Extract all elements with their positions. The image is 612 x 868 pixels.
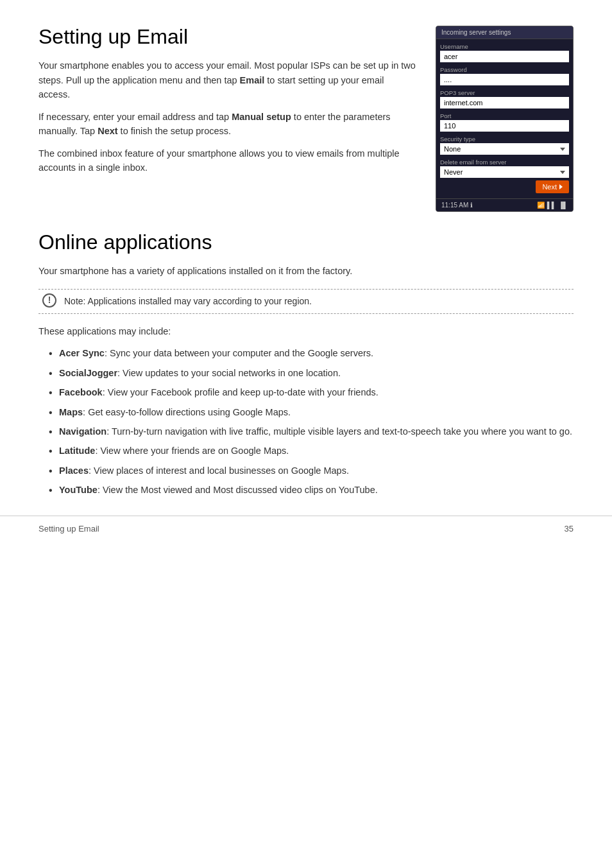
app-name: Navigation — [59, 426, 106, 437]
app-desc: : Turn-by-turn navigation with live traf… — [106, 426, 572, 437]
app-desc: : View where your friends are on Google … — [95, 446, 289, 456]
list-item: Facebook: View your Facebook profile and… — [49, 385, 574, 399]
app-name: SocialJogger — [59, 368, 117, 378]
phone-status-bar: 11:15 AM ℹ 📶 ▌▌ ▐▌ — [436, 198, 573, 211]
screen-title: Incoming server settings — [436, 26, 573, 39]
online-applications-title: Online applications — [38, 231, 574, 254]
status-time: 11:15 AM ℹ — [441, 202, 473, 209]
footer-title: Setting up Email — [38, 524, 99, 534]
app-desc: : View your Facebook profile and keep up… — [103, 387, 378, 397]
list-item: Navigation: Turn-by-turn navigation with… — [49, 424, 574, 438]
next-button[interactable]: Next — [536, 180, 569, 193]
list-item: SocialJogger: View updates to your socia… — [49, 366, 574, 380]
paragraph-1: Your smartphone enables you to access yo… — [38, 58, 416, 101]
delete-field: Delete email from server Never — [436, 155, 573, 178]
status-icons: 📶 ▌▌ ▐▌ — [537, 202, 568, 209]
app-name: Maps — [59, 407, 83, 417]
list-item: Maps: Get easy-to-follow directions usin… — [49, 405, 574, 419]
online-apps-intro: Your smartphone has a variety of applica… — [38, 264, 574, 278]
app-desc: : View the Most viewed and Most discusse… — [98, 485, 378, 495]
note-text: Note: Applications installed may vary ac… — [64, 296, 312, 306]
phone-screenshot: Incoming server settings Username acer P… — [436, 26, 574, 212]
delete-label: Delete email from server — [440, 159, 569, 166]
footer-page-number: 35 — [565, 524, 574, 534]
pop3-field: POP3 server internet.com — [436, 85, 573, 108]
next-arrow-icon — [559, 184, 563, 189]
note-icon: ! — [42, 293, 56, 308]
security-select[interactable]: None — [440, 143, 569, 155]
these-apps-text: These applications may include: — [38, 324, 574, 338]
app-list: Acer Sync: Sync your data between your c… — [49, 346, 574, 498]
password-input[interactable]: .... — [440, 74, 569, 85]
app-desc: : Sync your data between your computer a… — [105, 348, 373, 358]
port-field: Port 110 — [436, 108, 573, 132]
username-input[interactable]: acer — [440, 51, 569, 62]
port-input[interactable]: 110 — [440, 120, 569, 132]
app-desc: : View updates to your social networks i… — [117, 368, 341, 378]
app-name: Latitude — [59, 446, 95, 456]
list-item: Latitude: View where your friends are on… — [49, 444, 574, 458]
online-applications-section: Online applications Your smartphone has … — [38, 231, 574, 503]
app-name: YouTube — [59, 485, 98, 495]
username-label: Username — [440, 43, 569, 50]
setting-up-email-title: Setting up Email — [38, 26, 416, 48]
username-field: Username acer — [436, 39, 573, 62]
signal-icon: ▌▌ — [547, 202, 556, 209]
pop3-input[interactable]: internet.com — [440, 97, 569, 108]
security-dropdown-icon — [560, 148, 565, 151]
delete-select[interactable]: Never — [440, 166, 569, 178]
paragraph-2: If necessary, enter your email address a… — [38, 110, 416, 139]
security-field: Security type None — [436, 132, 573, 155]
paragraph-3: The combined inbox feature of your smart… — [38, 146, 416, 175]
list-item: Acer Sync: Sync your data between your c… — [49, 346, 574, 360]
list-item: YouTube: View the Most viewed and Most d… — [49, 483, 574, 497]
password-label: Password — [440, 66, 569, 73]
app-name: Facebook — [59, 387, 103, 397]
port-label: Port — [440, 112, 569, 119]
app-name: Acer Sync — [59, 348, 105, 358]
battery-icon: ▐▌ — [559, 202, 568, 209]
info-icon: ℹ — [470, 202, 473, 209]
wifi-icon: 📶 — [537, 202, 545, 209]
app-desc: : View places of interest and local busi… — [89, 465, 349, 476]
app-name: Places — [59, 465, 89, 476]
next-button-row: Next — [436, 178, 573, 196]
password-field: Password .... — [436, 62, 573, 85]
note-box: ! Note: Applications installed may vary … — [38, 289, 574, 314]
app-desc: : Get easy-to-follow directions using Go… — [83, 407, 291, 417]
page-footer: Setting up Email 35 — [0, 516, 612, 541]
pop3-label: POP3 server — [440, 89, 569, 96]
delete-dropdown-icon — [560, 171, 565, 174]
list-item: Places: View places of interest and loca… — [49, 464, 574, 478]
security-label: Security type — [440, 135, 569, 143]
